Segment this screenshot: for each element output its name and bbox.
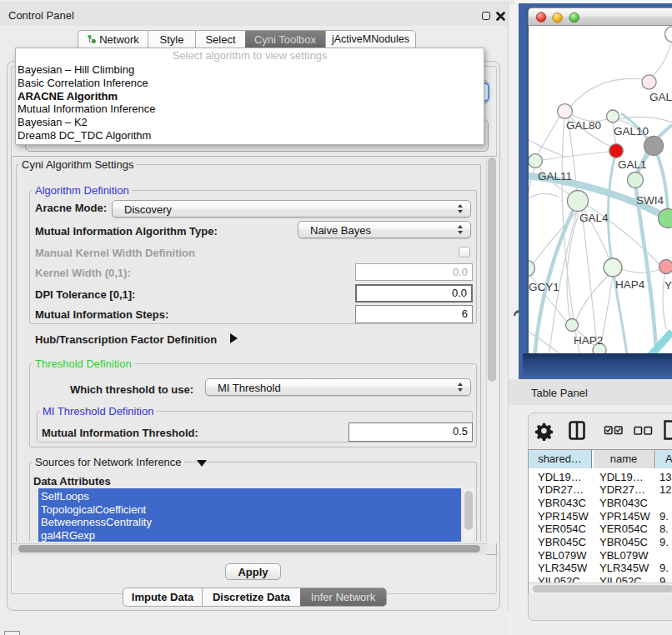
svg-text:GCY1: GCY1 — [529, 281, 559, 293]
svg-text:YD: YD — [664, 279, 672, 292]
svg-text:GAL4: GAL4 — [579, 212, 609, 224]
svg-text:GAL11: GAL11 — [538, 170, 572, 182]
svg-text:GAL1: GAL1 — [618, 158, 647, 171]
svg-text:GAL80: GAL80 — [566, 119, 601, 132]
svg-text:SWI4: SWI4 — [636, 194, 664, 207]
svg-text:HAP4: HAP4 — [615, 278, 645, 291]
svg-text:GAL10: GAL10 — [614, 125, 649, 138]
svg-text:GAL7: GAL7 — [649, 91, 672, 103]
svg-text:HAP2: HAP2 — [574, 334, 603, 347]
